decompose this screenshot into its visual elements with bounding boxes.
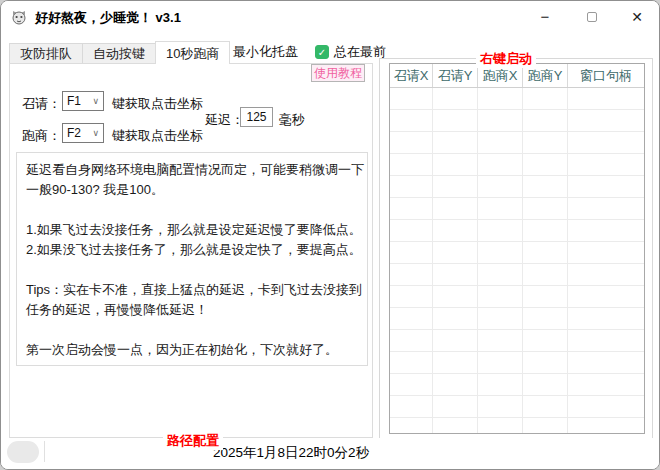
table-row[interactable] [390, 330, 644, 352]
table-cell [433, 264, 478, 285]
table-cell [523, 418, 568, 434]
right-click-launch-group: 右键启动 召请X召请Y跑商X跑商Y窗口句柄 [379, 58, 653, 440]
zhaoqing-hint: 键获取点击坐标 [112, 95, 203, 113]
table-cell [478, 132, 523, 153]
tab-gongfang-paidui[interactable]: 攻防排队 [9, 43, 83, 64]
table-cell [433, 176, 478, 197]
table-cell [433, 110, 478, 131]
table-row[interactable] [390, 88, 644, 110]
table-cell [568, 330, 644, 351]
table-cell [568, 308, 644, 329]
table-row[interactable] [390, 110, 644, 132]
table-cell [478, 198, 523, 219]
instruction-line [26, 200, 358, 220]
status-datetime: 2025年1月8日22时0分2秒 [36, 444, 546, 462]
instruction-line: Tips：实在卡不准，直接上猛点的延迟，卡到飞过去没接到 [26, 280, 358, 300]
table-row[interactable] [390, 220, 644, 242]
table-cell [478, 176, 523, 197]
instruction-line: 一般90-130? 我是100。 [26, 180, 358, 200]
tab-10s-paoshang[interactable]: 10秒跑商 [155, 41, 230, 64]
delay-label: 延迟： [205, 111, 244, 129]
blank-corner-button[interactable] [7, 441, 39, 463]
column-header[interactable]: 召请Y [433, 64, 478, 87]
table-row[interactable] [390, 154, 644, 176]
close-button[interactable]: ✕ [620, 1, 654, 32]
table-cell [433, 286, 478, 307]
table-cell [433, 396, 478, 417]
table-row[interactable] [390, 242, 644, 264]
tutorial-button[interactable]: 使用教程 [311, 64, 365, 82]
table-row[interactable] [390, 396, 644, 418]
coordinates-table[interactable]: 召请X召请Y跑商X跑商Y窗口句柄 [389, 63, 645, 434]
zhaoqing-key-combobox[interactable]: F1 ∨ [62, 91, 104, 111]
instruction-line: 延迟看自身网络环境电脑配置情况而定，可能要稍微调一下 [26, 160, 358, 180]
table-cell [523, 220, 568, 241]
table-cell [568, 220, 644, 241]
chevron-down-icon: ∨ [92, 128, 99, 138]
minimize-button[interactable]: − [528, 1, 562, 32]
table-cell [390, 330, 433, 351]
title-bar: 好好熬夜，少睡觉！ v3.1 − ✕ [1, 1, 659, 33]
zhaoqing-label: 召请： [22, 95, 61, 113]
delay-input[interactable] [240, 107, 273, 127]
delay-unit: 毫秒 [279, 111, 305, 129]
table-cell [390, 374, 433, 395]
table-cell [568, 352, 644, 373]
table-cell [390, 308, 433, 329]
table-cell [568, 396, 644, 417]
table-cell [390, 286, 433, 307]
table-cell [433, 308, 478, 329]
table-cell [390, 88, 433, 109]
table-cell [478, 264, 523, 285]
tab-zidong-anjian[interactable]: 自动按键 [82, 43, 156, 64]
instruction-line: 1.如果飞过去没接任务，那么就是设定延迟慢了要降低点。 [26, 220, 358, 240]
status-bar: 2025年1月8日22时0分2秒 [1, 438, 659, 470]
table-cell [568, 418, 644, 434]
table-cell [568, 286, 644, 307]
table-cell [478, 110, 523, 131]
table-cell [390, 220, 433, 241]
table-cell [523, 242, 568, 263]
checkbox-always-on-top[interactable]: ✓总在最前 [315, 43, 386, 61]
column-header[interactable]: 窗口句柄 [568, 64, 644, 87]
table-cell [523, 154, 568, 175]
table-row[interactable] [390, 418, 644, 434]
table-cell [433, 198, 478, 219]
table-cell [478, 374, 523, 395]
instructions-box: 延迟看自身网络环境电脑配置情况而定，可能要稍微调一下一般90-130? 我是10… [16, 152, 368, 366]
paoshang-key-combobox[interactable]: F2 ∨ [62, 123, 104, 143]
tab-strip: 攻防排队自动按键10秒跑商 [9, 41, 229, 64]
table-row[interactable] [390, 132, 644, 154]
table-cell [390, 176, 433, 197]
table-cell [523, 352, 568, 373]
table-row[interactable] [390, 264, 644, 286]
table-cell [433, 132, 478, 153]
table-row[interactable] [390, 308, 644, 330]
table-cell [478, 220, 523, 241]
table-cell [568, 374, 644, 395]
column-header[interactable]: 召请X [390, 64, 433, 87]
table-cell [523, 330, 568, 351]
table-cell [568, 154, 644, 175]
checked-checkbox-icon[interactable]: ✓ [315, 45, 329, 59]
paoshang-hint: 键获取点击坐标 [112, 127, 203, 145]
instruction-line: 第一次启动会慢一点，因为正在初始化，下次就好了。 [26, 340, 358, 360]
table-cell [478, 330, 523, 351]
table-cell [390, 154, 433, 175]
table-cell [568, 176, 644, 197]
instruction-line [26, 260, 358, 280]
table-row[interactable] [390, 352, 644, 374]
table-row[interactable] [390, 176, 644, 198]
table-cell [390, 198, 433, 219]
table-cell [433, 352, 478, 373]
table-body [390, 88, 644, 434]
table-cell [478, 396, 523, 417]
maximize-button[interactable] [575, 1, 609, 32]
table-cell [390, 352, 433, 373]
table-row[interactable] [390, 198, 644, 220]
table-cell [568, 264, 644, 285]
table-row[interactable] [390, 374, 644, 396]
table-cell [433, 242, 478, 263]
table-cell [568, 132, 644, 153]
table-row[interactable] [390, 286, 644, 308]
